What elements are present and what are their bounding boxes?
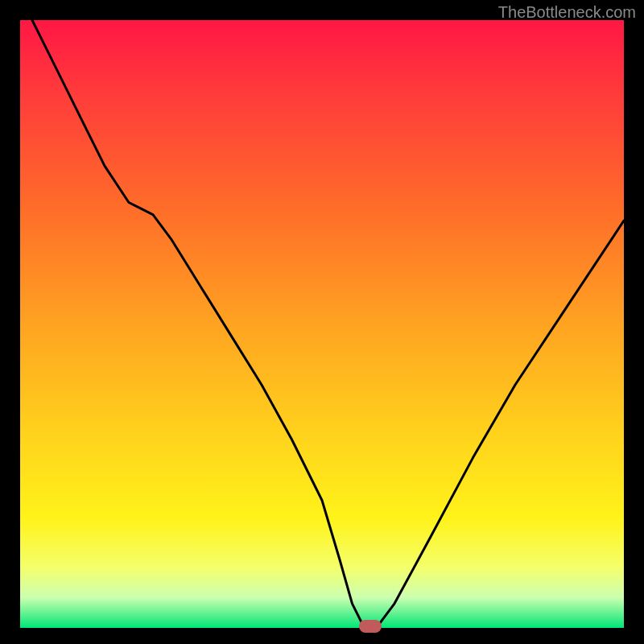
bottleneck-marker	[359, 620, 382, 633]
watermark-text: TheBottleneck.com	[498, 3, 636, 22]
bottleneck-chart	[20, 20, 624, 628]
chart-frame: TheBottleneck.com	[0, 0, 644, 644]
chart-background	[20, 20, 624, 628]
